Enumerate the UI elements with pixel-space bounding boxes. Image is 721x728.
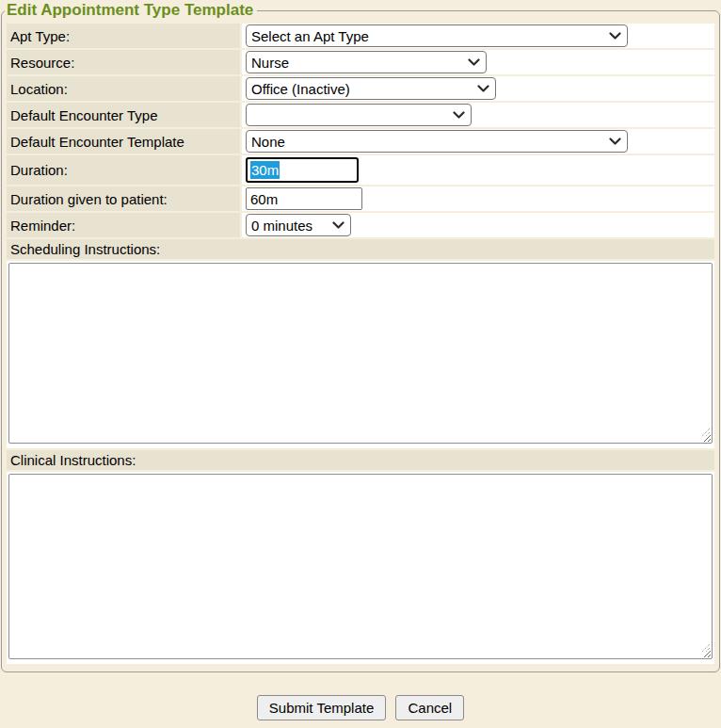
row-scheduling-instructions-label: Scheduling Instructions: xyxy=(7,239,714,259)
location-label: Location: xyxy=(7,76,240,101)
duration-selected-text: 30m xyxy=(250,161,280,179)
row-default-encounter-type: Default Encounter Type xyxy=(7,103,714,127)
apt-type-select[interactable]: Select an Apt Type xyxy=(246,24,628,47)
page-title: Edit Appointment Type Template xyxy=(5,1,257,20)
default-encounter-template-select[interactable]: None xyxy=(246,130,628,153)
clinical-instructions-textarea[interactable] xyxy=(8,474,713,659)
duration-patient-input[interactable] xyxy=(246,187,362,210)
row-resource: Resource: Nurse xyxy=(7,50,714,74)
resource-label: Resource: xyxy=(7,50,240,74)
row-clinical-instructions-label: Clinical Instructions: xyxy=(7,450,714,470)
form-actions: Submit Template Cancel xyxy=(1,695,720,720)
row-clinical-instructions xyxy=(7,472,714,664)
clinical-instructions-label: Clinical Instructions: xyxy=(7,450,714,470)
scheduling-instructions-label: Scheduling Instructions: xyxy=(7,239,714,259)
reminder-label: Reminder: xyxy=(7,213,240,237)
reminder-select[interactable]: 0 minutes xyxy=(246,214,351,236)
resource-select[interactable]: Nurse xyxy=(246,51,487,73)
duration-patient-label: Duration given to patient: xyxy=(7,186,240,211)
row-scheduling-instructions xyxy=(7,261,714,448)
row-apt-type: Apt Type: Select an Apt Type xyxy=(7,24,714,48)
cancel-button[interactable]: Cancel xyxy=(395,695,464,720)
row-reminder: Reminder: 0 minutes xyxy=(7,213,714,237)
duration-label: Duration: xyxy=(7,155,240,185)
row-location: Location: Office (Inactive) xyxy=(7,76,714,101)
row-default-encounter-template: Default Encounter Template None xyxy=(7,129,714,154)
scheduling-instructions-textarea[interactable] xyxy=(8,263,713,444)
default-encounter-type-label: Default Encounter Type xyxy=(7,103,240,127)
duration-input[interactable]: 30m xyxy=(246,157,359,183)
location-select[interactable]: Office (Inactive) xyxy=(246,77,496,100)
apt-type-label: Apt Type: xyxy=(7,24,240,48)
default-encounter-template-label: Default Encounter Template xyxy=(7,129,240,154)
appointment-form-table: Apt Type: Select an Apt Type R xyxy=(5,22,716,666)
row-duration: Duration: 30m xyxy=(7,155,714,185)
row-duration-patient: Duration given to patient: xyxy=(7,186,714,211)
submit-template-button[interactable]: Submit Template xyxy=(257,695,386,720)
default-encounter-type-select[interactable] xyxy=(246,104,472,126)
edit-appointment-type-fieldset: Edit Appointment Type Template Apt Type:… xyxy=(1,1,720,672)
page: Edit Appointment Type Template Apt Type:… xyxy=(0,0,721,720)
